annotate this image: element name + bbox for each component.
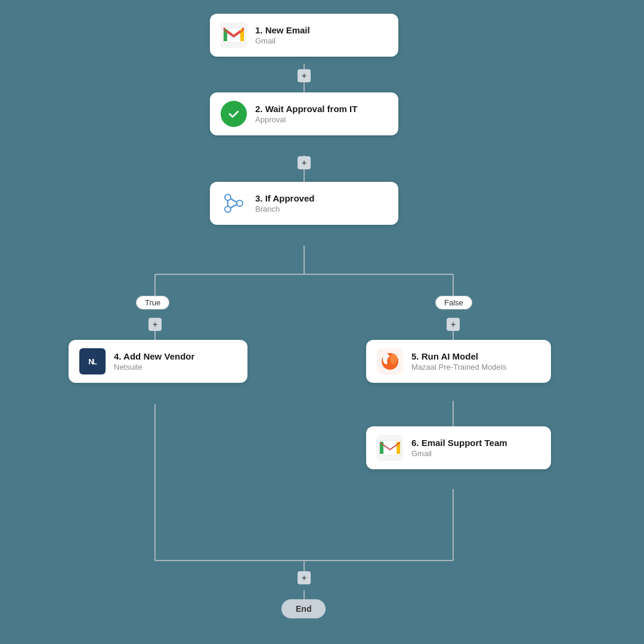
svg-line-25 [230,199,237,202]
mazaal-icon [377,348,403,374]
node-run-ai-text: 5. Run AI Model Mazaal Pre-Trained Model… [411,351,506,371]
plus-btn-1[interactable]: + [298,69,311,82]
node-email-support-subtitle: Gmail [411,449,507,458]
plus-btn-true[interactable]: + [148,318,162,331]
node-run-ai-subtitle: Mazaal Pre-Trained Models [411,363,506,371]
node-wait-approval[interactable]: 2. Wait Approval from IT Approval [210,92,398,135]
node-run-ai[interactable]: 5. Run AI Model Mazaal Pre-Trained Model… [366,340,551,383]
svg-point-23 [237,200,243,206]
svg-point-21 [225,194,231,200]
node-if-approved-title: 3. If Approved [255,193,314,203]
true-badge: True [136,296,169,309]
branch-icon [221,190,247,216]
node-add-vendor-subtitle: Netsuite [114,363,194,371]
node-new-email[interactable]: 1. New Email Gmail [210,14,398,57]
node-new-email-text: 1. New Email Gmail [255,25,310,45]
netsuite-icon: N L [79,348,106,374]
plus-btn-merge[interactable]: + [298,571,311,584]
plus-btn-2[interactable]: + [298,156,311,169]
false-badge: False [435,296,472,309]
svg-point-31 [390,354,397,364]
approval-icon [221,101,247,127]
node-new-email-title: 1. New Email [255,25,310,35]
node-run-ai-title: 5. Run AI Model [411,351,506,361]
node-new-email-subtitle: Gmail [255,36,310,45]
node-wait-approval-title: 2. Wait Approval from IT [255,104,357,114]
node-if-approved[interactable]: 3. If Approved Branch [210,182,398,225]
workflow-canvas: 1. New Email Gmail + 2. Wait Approval fr… [0,0,644,644]
gmail-icon-1 [221,22,247,48]
node-add-vendor[interactable]: N L 4. Add New Vendor Netsuite [69,340,247,383]
gmail-icon-6 [377,435,403,461]
end-node[interactable]: End [281,599,326,618]
node-email-support-text: 6. Email Support Team Gmail [411,438,507,458]
node-if-approved-text: 3. If Approved Branch [255,193,314,213]
node-wait-approval-subtitle: Approval [255,115,357,124]
svg-point-22 [225,206,231,212]
node-add-vendor-text: 4. Add New Vendor Netsuite [114,351,194,371]
node-add-vendor-title: 4. Add New Vendor [114,351,194,361]
node-email-support[interactable]: 6. Email Support Team Gmail [366,426,551,469]
svg-line-26 [230,205,237,208]
plus-btn-false[interactable]: + [447,318,460,331]
node-email-support-title: 6. Email Support Team [411,438,507,448]
node-wait-approval-text: 2. Wait Approval from IT Approval [255,104,357,124]
node-if-approved-subtitle: Branch [255,205,314,213]
